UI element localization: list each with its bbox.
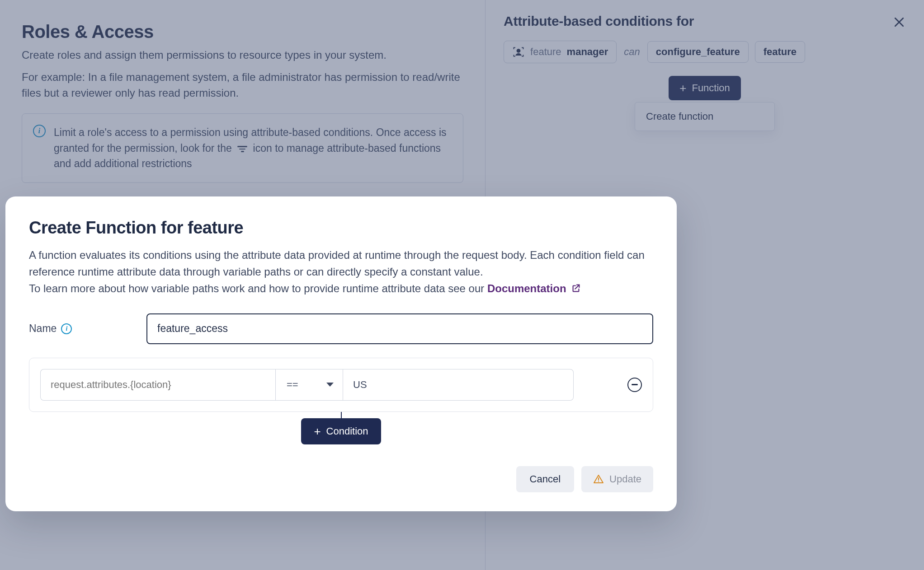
cancel-button[interactable]: Cancel (516, 466, 574, 492)
add-condition-button[interactable]: + Condition (301, 418, 381, 444)
modal-desc2-pre: To learn more about how variable paths w… (29, 282, 487, 294)
documentation-link[interactable]: Documentation (487, 282, 581, 294)
modal-description-1: A function evaluates its conditions usin… (29, 247, 653, 280)
documentation-link-text: Documentation (487, 282, 566, 294)
name-row: Name i (29, 313, 653, 344)
condition-value-input[interactable] (343, 369, 574, 401)
connector-line (341, 412, 342, 418)
add-condition-area: + Condition (29, 412, 653, 444)
condition-row: == (29, 358, 653, 412)
chevron-down-icon (326, 383, 334, 387)
warning-icon (593, 474, 604, 485)
condition-operator-select[interactable]: == (275, 369, 343, 401)
external-link-icon (571, 283, 581, 293)
remove-condition-button[interactable] (627, 378, 642, 392)
update-label: Update (609, 473, 641, 485)
modal-description-2: To learn more about how variable paths w… (29, 280, 653, 297)
function-name-input[interactable] (146, 313, 653, 344)
condition-attribute-input[interactable] (40, 369, 275, 401)
add-condition-label: Condition (326, 425, 368, 437)
info-icon[interactable]: i (61, 323, 72, 334)
plus-icon: + (314, 425, 321, 437)
minus-icon (632, 384, 638, 385)
name-label-text: Name (29, 322, 57, 335)
name-label: Name i (29, 322, 137, 335)
modal-title: Create Function for feature (29, 218, 653, 238)
create-function-modal: Create Function for feature A function e… (5, 196, 677, 511)
modal-actions: Cancel Update (29, 466, 653, 492)
condition-operator-value: == (287, 379, 298, 391)
cancel-label: Cancel (530, 473, 561, 485)
update-button[interactable]: Update (581, 466, 653, 492)
svg-point-4 (598, 481, 599, 482)
